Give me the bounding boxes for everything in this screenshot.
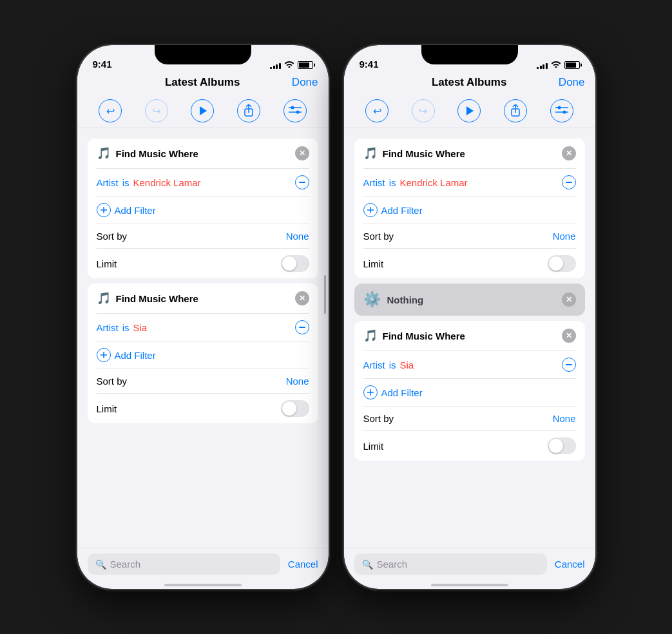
toolbar: ↩ ↪: [344, 94, 595, 128]
nav-title: Latest Albums: [432, 76, 507, 89]
limit-toggle-1[interactable]: [281, 255, 309, 272]
limit-row-1: Limit: [354, 249, 585, 278]
remove-filter-1-button[interactable]: [562, 175, 576, 189]
search-cancel-button[interactable]: Cancel: [555, 559, 585, 570]
card-title-1: Find Music Where: [116, 148, 290, 159]
limit-toggle-3[interactable]: [548, 437, 576, 454]
search-icon: 🔍: [95, 559, 106, 570]
add-filter-2-label: Add Filter: [115, 350, 156, 361]
done-button[interactable]: Done: [292, 76, 318, 89]
card-header-1: 🎵 Find Music Where ✕: [354, 139, 585, 168]
done-button[interactable]: Done: [559, 76, 585, 89]
sort-value-3[interactable]: None: [553, 413, 576, 424]
filter-operator-1: is: [122, 177, 130, 188]
limit-label-1: Limit: [363, 258, 384, 269]
gear-icon: ⚙️: [363, 291, 381, 308]
filter-field-3: Artist: [363, 360, 385, 370]
search-row: 🔍 Search Cancel: [88, 553, 318, 575]
search-row: 🔍 Search Cancel: [354, 553, 585, 575]
sort-row-3: Sort by None: [354, 407, 585, 430]
filter-operator-1: is: [389, 177, 396, 188]
remove-filter-3-button[interactable]: [562, 358, 576, 372]
svg-point-5: [296, 111, 299, 114]
share-button[interactable]: [504, 99, 527, 122]
bottom-bar: 🔍 Search Cancel: [344, 548, 595, 580]
add-filter-2-button[interactable]: [97, 348, 111, 362]
limit-label-3: Limit: [363, 441, 384, 452]
status-time: 9:41: [93, 59, 112, 70]
add-filter-3-button[interactable]: [363, 385, 378, 399]
redo-button[interactable]: ↪: [145, 99, 168, 122]
redo-button[interactable]: ↪: [412, 99, 435, 122]
limit-row-1: Limit: [88, 249, 318, 278]
nav-bar: Latest Albums Done: [77, 73, 329, 94]
filter-field-1: Artist: [97, 177, 119, 188]
add-filter-1-button[interactable]: [97, 203, 111, 217]
controls-button[interactable]: [283, 99, 307, 122]
music-note-icon-3: 🎵: [363, 329, 378, 343]
limit-toggle-1[interactable]: [548, 255, 576, 272]
scroll-content: 🎵 Find Music Where ✕ Artist is Kendrick …: [77, 133, 329, 548]
home-indicator: [164, 584, 242, 586]
wifi-icon: [284, 60, 294, 70]
share-button[interactable]: [237, 99, 260, 122]
search-cancel-button[interactable]: Cancel: [288, 559, 318, 570]
undo-button[interactable]: ↩: [365, 99, 389, 122]
limit-row-3: Limit: [354, 431, 585, 461]
limit-row-2: Limit: [88, 394, 318, 423]
music-note-icon: 🎵: [363, 146, 378, 160]
status-icons: [537, 60, 580, 70]
remove-filter-2-button[interactable]: [295, 320, 309, 334]
close-card-2-button[interactable]: ✕: [295, 291, 309, 305]
add-filter-row-2: Add Filter: [88, 341, 318, 369]
sort-row-1: Sort by None: [88, 224, 318, 248]
undo-button[interactable]: ↩: [99, 99, 122, 122]
play-button[interactable]: [457, 99, 481, 122]
filter-value-2: Sia: [133, 322, 148, 333]
add-filter-row-1: Add Filter: [88, 197, 318, 224]
filter-row-1: Artist is Kendrick Lamar: [88, 169, 318, 196]
close-nothing-button[interactable]: ✕: [562, 293, 576, 307]
close-card-1-button[interactable]: ✕: [562, 146, 576, 160]
status-time: 9:41: [360, 59, 379, 70]
limit-label-1: Limit: [97, 258, 117, 269]
scroll-handle: [324, 275, 326, 314]
add-filter-1-button[interactable]: [363, 203, 378, 217]
nothing-label: Nothing: [387, 294, 555, 305]
sort-label-2: Sort by: [97, 376, 128, 387]
find-music-card-1: 🎵 Find Music Where ✕ Artist is Kendrick …: [88, 139, 318, 278]
card-title-2: Find Music Where: [116, 293, 290, 304]
close-card-3-button[interactable]: ✕: [562, 329, 576, 343]
add-filter-row-3: Add Filter: [354, 379, 585, 406]
sort-row-1: Sort by None: [354, 224, 585, 248]
add-filter-3-label: Add Filter: [381, 387, 423, 398]
add-filter-1-label: Add Filter: [115, 205, 156, 216]
sort-label-1: Sort by: [363, 231, 394, 242]
filter-field-2: Artist: [97, 322, 119, 333]
sort-value-2[interactable]: None: [286, 376, 309, 387]
add-filter-row-1: Add Filter: [354, 197, 585, 224]
close-card-1-button[interactable]: ✕: [295, 146, 309, 160]
limit-toggle-2[interactable]: [281, 400, 309, 417]
status-icons: [270, 60, 313, 70]
sort-value-1[interactable]: None: [553, 231, 576, 242]
card-title-1: Find Music Where: [383, 148, 557, 159]
filter-row-1: Artist is Kendrick Lamar: [354, 169, 585, 196]
sort-label-3: Sort by: [363, 413, 394, 424]
bottom-bar: 🔍 Search Cancel: [77, 548, 329, 580]
sort-value-1[interactable]: None: [286, 231, 309, 242]
filter-value-1: Kendrick Lamar: [400, 177, 468, 188]
notch: [155, 45, 251, 64]
search-field[interactable]: 🔍 Search: [88, 553, 280, 575]
filter-operator-3: is: [389, 360, 396, 370]
card-header-1: 🎵 Find Music Where ✕: [88, 139, 318, 168]
filter-operator-2: is: [122, 322, 130, 333]
find-music-card-3: 🎵 Find Music Where ✕ Artist is Sia: [354, 321, 585, 461]
controls-button[interactable]: [550, 99, 573, 122]
svg-point-15: [562, 111, 566, 114]
play-button[interactable]: [191, 99, 214, 122]
search-field[interactable]: 🔍 Search: [354, 553, 547, 575]
search-icon: 🔍: [362, 559, 373, 570]
remove-filter-1-button[interactable]: [295, 175, 309, 189]
music-note-icon-2: 🎵: [97, 291, 111, 305]
